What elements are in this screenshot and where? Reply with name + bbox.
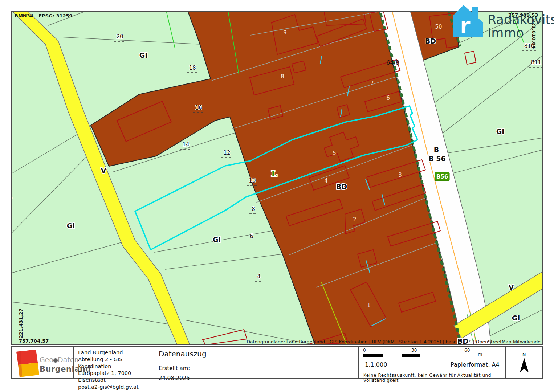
house-number-label: 3 (398, 172, 402, 178)
zone-label: V (101, 167, 106, 175)
map-canvas: Datengrundlage: Land Burgenland - GIS-Ko… (0, 0, 554, 392)
zone-label: GI (213, 236, 221, 244)
map-attribution: Datengrundlage: Land Burgenland - GIS-Ko… (247, 339, 541, 344)
zone-label: BD (425, 37, 436, 45)
parcel-number-label: 6 (250, 233, 253, 240)
north-label: N (506, 352, 542, 357)
created-label: Erstellt am: (159, 365, 359, 372)
parcel-number-label: 8 (252, 206, 255, 212)
house-number-label: 5 (333, 150, 336, 156)
scalebar-unit: m (478, 351, 482, 357)
parcel-number-label: 16 (195, 105, 202, 111)
parcel-number-label: 64/8 (386, 59, 399, 66)
parcel-number-label: 14 (182, 141, 189, 148)
created-date: 24.08.2025 (159, 375, 359, 381)
zone-label: B 56 (428, 155, 446, 163)
brand-name-line2: Immo (488, 26, 554, 40)
house-r-icon: r (451, 4, 485, 38)
brand-name-line1: Radakovits (488, 13, 554, 26)
house-number-label: 4 (324, 177, 328, 184)
parcel-number-label: 12 (223, 150, 230, 156)
parcel-number-label: 811 (531, 59, 542, 66)
scalebar-tick-0: 0 (363, 348, 366, 353)
zone-label: BD (336, 183, 347, 191)
scalebar (363, 354, 476, 357)
scale-ratio: 1:1.000 (365, 361, 387, 368)
coordinate-left-edge: 221.431,27 (18, 309, 24, 338)
globe-icon (53, 358, 58, 363)
house-number-label: 9 (283, 29, 287, 36)
zone-label: B (434, 146, 439, 154)
scalebar-segment (402, 354, 420, 357)
geodaten-logo-panel: GeoDaten Burgenland (12, 347, 73, 378)
house-number-label: 7 (370, 80, 374, 86)
house-number-label: 6 (386, 95, 390, 101)
plain-labels: 64/8 (386, 59, 399, 66)
svg-text:r: r (460, 13, 471, 38)
north-arrow-panel: N (505, 347, 542, 378)
house-number-label: 1 (367, 302, 371, 309)
brand-name: Radakovits Immo (488, 13, 554, 40)
document-title: Datenauszug (154, 347, 359, 362)
geodaten-geo: Geo (40, 356, 53, 364)
b56-badge-label: B56 (436, 173, 448, 180)
crs-label: BMN34 - EPSG: 31259 (15, 13, 73, 19)
zone-label: V (509, 283, 514, 291)
disclaimer: Keine Rechtsauskunft, kein Gewähr für Ak… (359, 371, 506, 378)
org-address-block: Land Burgenland Abteilung 2 - GIS Koordi… (73, 347, 153, 378)
landmark-symbol: L (271, 168, 277, 178)
created-block: Erstellt am: 24.08.2025 (154, 363, 359, 378)
org-line: post.a2-gis@bgld.gv.at (78, 384, 153, 391)
map-footer: GeoDaten Burgenland Land Burgenland Abte… (11, 346, 543, 379)
scalebar-tick-60: 60 (464, 348, 470, 353)
landmark-symbols: L (271, 168, 277, 178)
org-line: Europaplatz 1, 7000 Eisenstadt (78, 370, 153, 384)
house-number-label: 2 (353, 216, 357, 223)
house-number-label: 50 (435, 24, 442, 30)
house-number-label: 8 (281, 73, 284, 80)
zone-label: GI (496, 127, 505, 135)
parcel-number-label: 18 (189, 65, 196, 71)
scale-panel: 0 30 60 m 1:1.000 Papierformat: A4 Keine… (358, 347, 506, 378)
zone-label: GI (512, 314, 520, 322)
scalebar-tick-30: 30 (411, 348, 417, 353)
scalebar-segment (420, 354, 476, 357)
parcel-number-label: 10 (249, 177, 256, 184)
parcel-number-label: 20 (116, 33, 123, 40)
scalebar-segment (383, 354, 402, 357)
zone-label: BD (457, 337, 468, 345)
burgenland-flag-icon (15, 349, 39, 377)
scalebar-segment (364, 354, 383, 357)
zone-label: GI (67, 222, 75, 230)
coordinate-bottom-left: 757.704,57 (19, 338, 49, 344)
cadastral-map: Datengrundlage: Land Burgenland - GIS-Ko… (11, 11, 543, 345)
parcel-number-label: 4 (257, 273, 261, 280)
paper-format: Papierformat: A4 (451, 361, 500, 368)
org-line: Abteilung 2 - GIS Koordination (78, 356, 153, 370)
north-arrow-icon (519, 357, 529, 373)
brand-logo: r Radakovits Immo (451, 4, 554, 44)
org-line: Land Burgenland (78, 349, 153, 356)
zone-label: GI (139, 51, 148, 59)
document-title-panel: Datenauszug Erstellt am: 24.08.2025 (154, 347, 359, 378)
